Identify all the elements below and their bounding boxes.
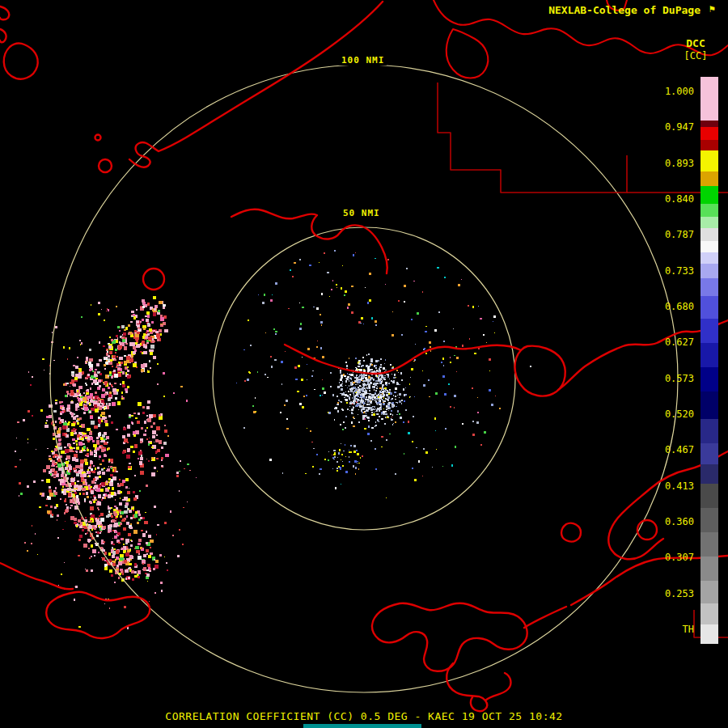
echo-dot [383,408,384,409]
echo-dot [389,379,390,379]
echo-dot [124,606,126,608]
echo-dot [366,388,367,389]
echo-dot [125,539,129,543]
echo-dot [109,607,111,609]
echo-dot [23,419,24,421]
echo-dot [349,378,352,380]
echo-dot [70,449,73,452]
echo-dot [90,387,92,390]
echo-dot [349,461,350,463]
echo-dot [28,442,28,443]
echo-dot [248,320,249,321]
echo-dot [362,412,363,413]
echo-dot [104,357,106,358]
echo-dot [108,599,108,599]
echo-dot [74,522,77,525]
echo-dot [109,374,112,376]
echo-dot [491,404,493,406]
echo-dot [138,514,140,515]
echo-dot [108,552,111,555]
echo-dot [133,491,135,493]
echo-dot [384,363,386,365]
echo-dot [132,332,134,335]
echo-dot [90,400,93,403]
colorbar-segment [700,484,718,508]
echo-dot [184,468,184,469]
echo-dot [107,308,108,309]
echo-dot [392,398,393,400]
echo-dot [85,455,87,456]
echo-dot [101,557,103,559]
echo-dot [149,438,150,438]
echo-dot [379,370,380,372]
echo-dot [67,404,70,408]
echo-dot [425,326,427,328]
echo-dot [450,357,451,358]
echo-dot [57,430,61,434]
echo-dot [94,404,97,408]
echo-dot [103,382,104,383]
echo-dot [349,450,350,451]
echo-dot [110,459,113,462]
echo-dot [372,399,374,400]
echo-dot [333,450,336,452]
echo-dot [66,506,69,509]
echo-dot [49,486,51,489]
echo-dot [78,555,79,557]
echo-dot [375,376,377,378]
echo-dot [489,370,491,372]
echo-dot [108,461,110,463]
echo-dot [86,401,88,404]
echo-dot [324,252,325,254]
echo-dot [154,559,155,561]
echo-dot [397,410,399,412]
echo-dot [316,454,318,455]
echo-dot [389,408,390,408]
echo-dot [472,434,475,436]
echo-dot [382,384,383,386]
echo-dot [375,383,375,383]
echo-dot [98,313,100,315]
echo-dot [111,492,114,495]
echo-dot [73,442,74,444]
echo-dot [422,291,424,293]
echo-dot [385,382,387,384]
echo-dot [378,379,380,381]
echo-dot [157,339,159,341]
echo-dot [128,466,131,469]
echo-dot [366,417,369,419]
echo-dot [111,515,113,518]
colorbar-scale: 1.0000.9470.8930.8400.7870.7330.6800.627… [652,0,694,728]
echo-dot [349,410,350,411]
echo-dot [97,518,99,519]
echo-dot [396,377,396,378]
echo-dot [91,421,95,425]
echo-dot [196,477,197,478]
echo-dot [91,375,94,379]
echo-dot [65,498,66,500]
echo-dot [451,464,453,466]
echo-dot [281,383,283,385]
echo-dot [134,444,138,448]
echo-dot [69,409,70,410]
echo-dot [410,377,411,378]
echo-dot [121,538,123,540]
echo-dot [138,458,140,460]
echo-dot [78,485,82,489]
echo-dot [15,451,16,452]
echo-dot [76,415,78,417]
echo-dot [336,461,338,463]
echo-dot [364,428,366,430]
echo-dot [91,569,93,572]
echo-dot [104,420,108,423]
echo-dot [70,401,74,404]
echo-dot [341,443,341,444]
echo-dot [74,416,76,417]
echo-dot [356,375,357,376]
echo-dot [99,341,101,344]
echo-dot [297,391,299,393]
echo-dot [417,312,419,315]
echo-dot [46,498,48,500]
echo-dot [270,356,272,358]
echo-dot [425,451,428,454]
